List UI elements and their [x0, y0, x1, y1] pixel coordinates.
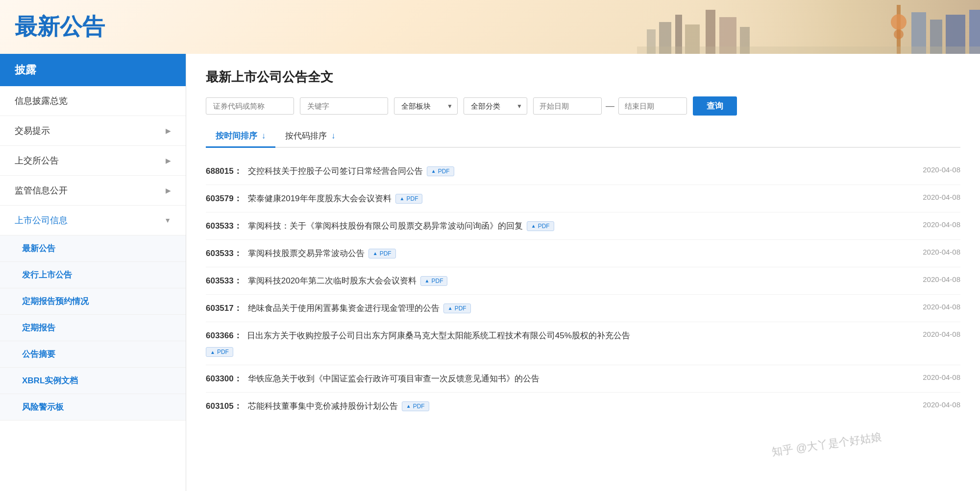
announcement-date: 2020-04-08 [902, 400, 960, 409]
announcement-code: 603533： [206, 275, 242, 286]
sidebar-item-label: 监管信息公开 [15, 185, 68, 196]
announcement-list: 688015：交控科技关于控股子公司签订日常经营合同公告 PDF2020-04-… [206, 158, 960, 420]
announcement-content: 603366：日出东方关于收购控股子公司日出东方阿康桑马克大型太阳能系统工程技术… [206, 330, 892, 357]
chevron-right-icon: ▶ [166, 157, 171, 164]
announcement-date: 2020-04-08 [902, 373, 960, 381]
announcement-item: 603105：芯能科技董事集中竞价减持股份计划公告 PDF2020-04-08 [206, 393, 960, 420]
announcement-date: 2020-04-08 [902, 303, 960, 311]
pdf-badge[interactable]: PDF [368, 249, 396, 258]
sidebar-sub-item-periodic-schedule[interactable]: 定期报告预约情况 [0, 288, 186, 315]
sidebar-sub-item-risk[interactable]: 风险警示板 [0, 394, 186, 421]
announcement-date: 2020-04-08 [902, 193, 960, 201]
announcement-content: 603579：荣泰健康2019年年度股东大会会议资料 PDF [206, 193, 892, 204]
announcement-title[interactable]: 荣泰健康2019年年度股东大会会议资料 [248, 193, 392, 204]
chevron-right-icon: ▶ [166, 187, 171, 194]
filter-bar: 全部板块 ▼ 全部分类 ▼ — 查询 [206, 96, 960, 116]
announcement-code: 603533： [206, 248, 242, 259]
announcement-content: 603105：芯能科技董事集中竞价减持股份计划公告 PDF [206, 400, 892, 412]
announcement-title[interactable]: 交控科技关于控股子公司签订日常经营合同公告 [248, 165, 423, 177]
chevron-right-icon: ▶ [166, 127, 171, 135]
query-button[interactable]: 查询 [693, 96, 737, 116]
sidebar: 披露 信息披露总览 交易提示 ▶ 上交所公告 ▶ 监管信息公开 ▶ 上市公司信息… [0, 54, 186, 491]
announcement-title[interactable]: 绝味食品关于使用闲置募集资金进行现金管理的公告 [248, 303, 440, 314]
announcement-code: 603517： [206, 303, 242, 314]
pdf-badge[interactable]: PDF [395, 194, 423, 204]
chevron-down-icon: ▼ [164, 216, 171, 224]
pdf-badge[interactable]: PDF [420, 276, 448, 286]
announcement-code: 603300： [206, 373, 242, 384]
announcement-code: 603579： [206, 193, 242, 204]
pdf-badge[interactable]: PDF [443, 304, 471, 313]
sidebar-item-trading[interactable]: 交易提示 ▶ [0, 116, 186, 146]
category-select[interactable]: 全部分类 [464, 97, 527, 115]
start-date-input[interactable] [533, 97, 602, 115]
announcement-date: 2020-04-08 [902, 275, 960, 283]
announcement-code: 603366： [206, 330, 242, 341]
announcement-title[interactable]: 芯能科技董事集中竞价减持股份计划公告 [248, 400, 398, 412]
sidebar-sub-item-label: 公告摘要 [22, 350, 55, 359]
announcement-date: 2020-04-08 [902, 220, 960, 229]
code-input[interactable] [206, 97, 294, 115]
sort-tab-code-label: 按代码排序 [285, 131, 327, 140]
announcement-date: 2020-04-08 [902, 248, 960, 256]
announcement-content: 603533：掌阅科技：关于《掌阅科技股份有限公司股票交易异常波动问询函》的回复… [206, 220, 892, 232]
announcement-item: 603533：掌阅科技2020年第二次临时股东大会会议资料 PDF2020-04… [206, 267, 960, 295]
announcement-title[interactable]: 掌阅科技股票交易异常波动公告 [248, 248, 365, 259]
category-select-wrapper: 全部分类 ▼ [464, 97, 527, 115]
sort-tab-time[interactable]: 按时间排序 ↓ [206, 125, 275, 148]
announcement-item: 603579：荣泰健康2019年年度股东大会会议资料 PDF2020-04-08 [206, 185, 960, 212]
sidebar-sub-item-label: XBRL实例文档 [22, 376, 78, 385]
announcement-title[interactable]: 掌阅科技2020年第二次临时股东大会会议资料 [248, 275, 416, 286]
sidebar-sub-item-label: 最新公告 [22, 244, 55, 253]
svg-point-11 [894, 29, 904, 39]
announcement-date: 2020-04-08 [902, 330, 960, 338]
pdf-badge[interactable]: PDF [402, 401, 429, 411]
sidebar-sub-item-summary[interactable]: 公告摘要 [0, 341, 186, 368]
sidebar-item-exchange[interactable]: 上交所公告 ▶ [0, 146, 186, 176]
sidebar-item-overview[interactable]: 信息披露总览 [0, 86, 186, 116]
svg-point-10 [891, 14, 906, 30]
announcement-code: 603105： [206, 400, 242, 412]
announcement-title[interactable]: 掌阅科技：关于《掌阅科技股份有限公司股票交易异常波动问询函》的回复 [248, 220, 523, 232]
board-select[interactable]: 全部板块 [394, 97, 458, 115]
pdf-badge[interactable]: PDF [206, 347, 233, 357]
announcement-content: 603517：绝味食品关于使用闲置募集资金进行现金管理的公告 PDF [206, 303, 892, 314]
announcement-content: 603300：华铁应急关于收到《中国证监会行政许可项目审查一次反馈意见通知书》的… [206, 373, 892, 384]
content-title: 最新上市公司公告全文 [206, 69, 960, 86]
announcement-content: 603533：掌阅科技2020年第二次临时股东大会会议资料 PDF [206, 275, 892, 286]
sidebar-sub-item-latest[interactable]: 最新公告 [0, 235, 186, 262]
sidebar-item-regulatory[interactable]: 监管信息公开 ▶ [0, 176, 186, 206]
pdf-badge[interactable]: PDF [427, 166, 454, 176]
announcement-title[interactable]: 华铁应急关于收到《中国证监会行政许可项目审查一次反馈意见通知书》的公告 [248, 373, 539, 384]
announcement-item: 603533：掌阅科技股票交易异常波动公告 PDF2020-04-08 [206, 240, 960, 267]
announcement-title[interactable]: 日出东方关于收购控股子公司日出东方阿康桑马克大型太阳能系统工程技术有限公司45%… [247, 330, 630, 341]
page-title: 最新公告 [0, 12, 105, 42]
announcement-item: 688015：交控科技关于控股子公司签订日常经营合同公告 PDF2020-04-… [206, 158, 960, 185]
sidebar-item-label: 交易提示 [15, 125, 50, 137]
page-header: 最新公告 [0, 0, 980, 54]
sidebar-sub-item-ipo[interactable]: 发行上市公告 [0, 262, 186, 288]
sidebar-item-listed[interactable]: 上市公司信息 ▼ [0, 206, 186, 235]
sidebar-section-header: 披露 [0, 54, 186, 86]
sidebar-item-label: 上交所公告 [15, 155, 59, 166]
pdf-badge[interactable]: PDF [527, 221, 554, 231]
content-area: 最新上市公司公告全文 全部板块 ▼ 全部分类 ▼ — 查询 [186, 54, 980, 491]
sidebar-sub-item-label: 风险警示板 [22, 402, 64, 412]
sort-tab-time-label: 按时间排序 [216, 131, 257, 140]
sort-down-icon: ↓ [331, 131, 336, 140]
svg-rect-16 [637, 47, 980, 54]
sort-tabs: 按时间排序 ↓ 按代码排序 ↓ [206, 125, 960, 148]
main-layout: 披露 信息披露总览 交易提示 ▶ 上交所公告 ▶ 监管信息公开 ▶ 上市公司信息… [0, 54, 980, 491]
announcement-date: 2020-04-08 [902, 165, 960, 174]
announcement-content: 688015：交控科技关于控股子公司签订日常经营合同公告 PDF [206, 165, 892, 177]
sort-down-icon: ↓ [262, 131, 266, 140]
keyword-input[interactable] [300, 97, 388, 115]
announcement-content: 603533：掌阅科技股票交易异常波动公告 PDF [206, 248, 892, 259]
sidebar-sub-item-label: 发行上市公告 [22, 270, 72, 280]
sidebar-sub-item-periodic-report[interactable]: 定期报告 [0, 315, 186, 341]
announcement-item: 603300：华铁应急关于收到《中国证监会行政许可项目审查一次反馈意见通知书》的… [206, 365, 960, 393]
announcement-code: 688015： [206, 165, 242, 177]
sort-tab-code[interactable]: 按代码排序 ↓ [275, 125, 345, 148]
sidebar-sub-item-xbrl[interactable]: XBRL实例文档 [0, 368, 186, 394]
end-date-input[interactable] [618, 97, 687, 115]
